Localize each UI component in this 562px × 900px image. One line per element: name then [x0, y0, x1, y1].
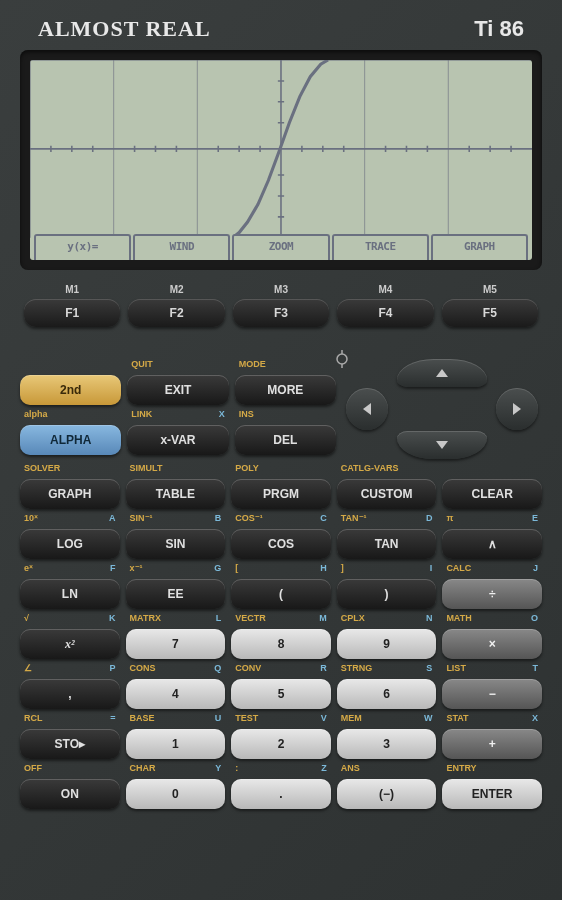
fkey-f2[interactable]: F2 — [128, 299, 224, 327]
key-enter[interactable]: ENTER — [442, 779, 542, 809]
second-label: SOLVER — [24, 463, 60, 477]
key-ln[interactable]: LN — [20, 579, 120, 609]
key-custom[interactable]: CUSTOM — [337, 479, 437, 509]
dpad-down[interactable] — [397, 431, 487, 459]
dpad-up[interactable] — [397, 359, 487, 387]
key-on[interactable]: ON — [20, 779, 120, 809]
key-1[interactable]: 1 — [126, 729, 226, 759]
menu-tab-zoom[interactable]: ZOOM — [232, 234, 329, 260]
key-8[interactable]: 8 — [231, 629, 331, 659]
dpad-right[interactable] — [496, 388, 538, 430]
second-label: CPLX — [341, 613, 365, 627]
second-label: eˣ — [24, 563, 33, 577]
second-label: MATH — [446, 613, 471, 627]
second-label: COS⁻¹ — [235, 513, 263, 527]
second-label: SIN⁻¹ — [130, 513, 153, 527]
key-5[interactable]: 5 — [231, 679, 331, 709]
alpha-label: K — [109, 613, 116, 627]
key-2nd[interactable]: 2nd — [20, 375, 121, 405]
key-sym[interactable]: ∧ — [442, 529, 542, 559]
menu-tab-wind[interactable]: WIND — [133, 234, 230, 260]
alpha-label: R — [320, 663, 327, 677]
alpha-label: E — [532, 513, 538, 527]
menu-tab-graph[interactable]: GRAPH — [431, 234, 528, 260]
key-sym[interactable]: × — [442, 629, 542, 659]
alpha-label: H — [320, 563, 327, 577]
fkey-top-label: M1 — [24, 284, 120, 295]
second-label: [ — [235, 563, 238, 577]
key-sym[interactable]: ÷ — [442, 579, 542, 609]
second-label: POLY — [235, 463, 259, 477]
calculator-body: ALMOST REAL Ti 86 y(x)= WIND ZOOM TR — [0, 0, 562, 900]
key-clear[interactable]: CLEAR — [442, 479, 542, 509]
second-label: CALC — [446, 563, 471, 577]
alpha-label: P — [110, 663, 116, 677]
key-tan[interactable]: TAN — [337, 529, 437, 559]
lcd-screen: y(x)= WIND ZOOM TRACE GRAPH — [30, 60, 532, 260]
key-exit[interactable]: EXIT — [127, 375, 228, 405]
key-x[interactable]: x² — [20, 629, 120, 659]
key-6[interactable]: 6 — [337, 679, 437, 709]
second-label: CATLG-VARS — [341, 463, 399, 477]
key-3[interactable]: 3 — [337, 729, 437, 759]
second-label: TAN⁻¹ — [341, 513, 367, 527]
key-more[interactable]: MORE — [235, 375, 336, 405]
fkey-f1[interactable]: F1 — [24, 299, 120, 327]
alpha-label: Q — [214, 663, 221, 677]
screen-bezel: y(x)= WIND ZOOM TRACE GRAPH — [20, 50, 542, 270]
menu-tab-yx[interactable]: y(x)= — [34, 234, 131, 260]
key-9[interactable]: 9 — [337, 629, 437, 659]
graph-display — [30, 60, 532, 238]
alpha-label: U — [215, 713, 222, 727]
key-prgm[interactable]: PRGM — [231, 479, 331, 509]
second-label: ∠ — [24, 663, 32, 677]
key-del[interactable]: DEL — [235, 425, 336, 455]
key-xvar[interactable]: x-VAR — [127, 425, 228, 455]
second-label: alpha — [24, 409, 48, 423]
key-sto[interactable]: STO▸ — [20, 729, 120, 759]
key-log[interactable]: LOG — [20, 529, 120, 559]
key-cos[interactable]: COS — [231, 529, 331, 559]
key-sym[interactable]: + — [442, 729, 542, 759]
key-table[interactable]: TABLE — [126, 479, 226, 509]
key-7[interactable]: 7 — [126, 629, 226, 659]
header: ALMOST REAL Ti 86 — [18, 12, 544, 50]
key-0[interactable]: 0 — [126, 779, 226, 809]
second-label: MODE — [239, 359, 266, 373]
key-sym[interactable]: , — [20, 679, 120, 709]
menu-tab-trace[interactable]: TRACE — [332, 234, 429, 260]
alpha-label: C — [320, 513, 327, 527]
second-label: CHAR — [130, 763, 156, 777]
function-key-row: M1F1M2F2M3F3M4F4M5F5 — [18, 284, 544, 327]
second-label: CONV — [235, 663, 261, 677]
key-graph[interactable]: GRAPH — [20, 479, 120, 509]
fkey-f4[interactable]: F4 — [337, 299, 433, 327]
key-ee[interactable]: EE — [126, 579, 226, 609]
alpha-label: M — [319, 613, 327, 627]
second-label: STRNG — [341, 663, 373, 677]
alpha-label: D — [426, 513, 433, 527]
fkey-top-label: M4 — [337, 284, 433, 295]
alpha-label: G — [214, 563, 221, 577]
key-sym[interactable]: − — [442, 679, 542, 709]
fkey-f3[interactable]: F3 — [233, 299, 329, 327]
fkey-f5[interactable]: F5 — [442, 299, 538, 327]
key-4[interactable]: 4 — [126, 679, 226, 709]
second-label: SIMULT — [130, 463, 163, 477]
second-label: INS — [239, 409, 254, 423]
key-2[interactable]: 2 — [231, 729, 331, 759]
alpha-label: W — [424, 713, 433, 727]
second-label: ENTRY — [446, 763, 476, 777]
second-label: π — [446, 513, 453, 527]
model-label: Ti 86 — [474, 16, 524, 42]
key-sym[interactable]: (−) — [337, 779, 437, 809]
key-sym[interactable]: ( — [231, 579, 331, 609]
fkey-top-label: M5 — [442, 284, 538, 295]
second-label: ANS — [341, 763, 360, 777]
alpha-label: I — [430, 563, 433, 577]
key-sym[interactable]: . — [231, 779, 331, 809]
key-alpha[interactable]: ALPHA — [20, 425, 121, 455]
key-sin[interactable]: SIN — [126, 529, 226, 559]
dpad-left[interactable] — [346, 388, 388, 430]
key-sym[interactable]: ) — [337, 579, 437, 609]
